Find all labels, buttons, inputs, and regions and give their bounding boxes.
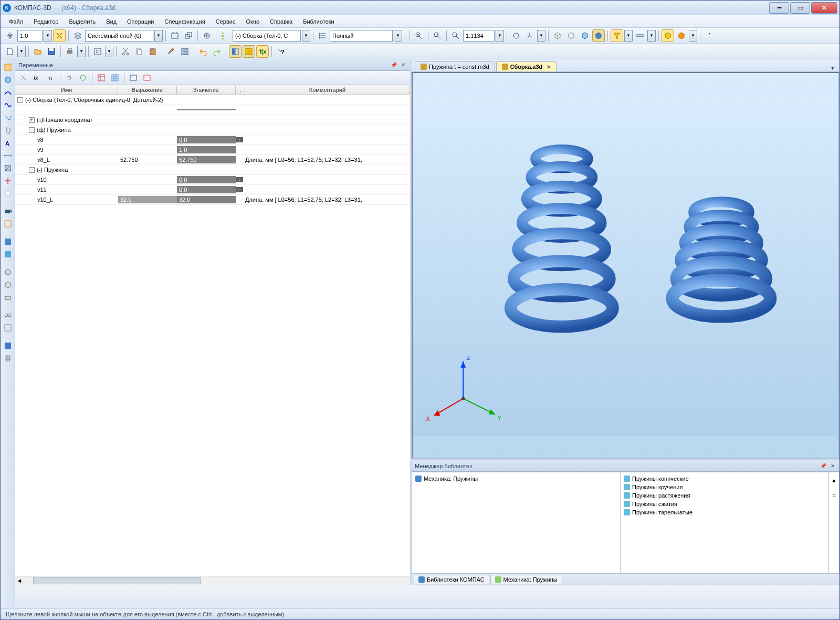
vt-table-icon[interactable] xyxy=(95,71,108,84)
panel-pin-icon[interactable]: 📌 xyxy=(390,61,397,69)
print-dropdown[interactable]: ▼ xyxy=(77,46,86,57)
shaded-edges-icon[interactable] xyxy=(579,29,591,42)
lib-tab-kompas[interactable]: Библиотеки КОМПАС xyxy=(414,575,489,584)
zoom-win-icon[interactable] xyxy=(449,29,462,42)
lt-camera-icon[interactable] xyxy=(2,205,14,217)
layer-combo[interactable]: Системный слой (0) xyxy=(85,30,153,42)
zoom-in-icon[interactable] xyxy=(413,29,425,42)
tabs-menu-icon[interactable]: ▼ xyxy=(829,64,836,71)
lt-op1-icon[interactable] xyxy=(2,266,14,278)
preview-dropdown[interactable]: ▼ xyxy=(105,46,113,57)
rotate-icon[interactable] xyxy=(510,29,522,42)
tab-close-icon[interactable]: ✕ xyxy=(547,64,551,70)
panel-close-icon[interactable]: ✕ xyxy=(400,61,407,69)
table-row[interactable]: − (ф) Пружина xyxy=(15,125,410,135)
expand-icon[interactable]: − xyxy=(17,97,23,103)
open-icon[interactable] xyxy=(32,45,44,58)
orange-cube-icon[interactable] xyxy=(675,29,688,42)
menu-spec[interactable]: Спецификация xyxy=(161,17,209,26)
lt-edit-icon[interactable] xyxy=(2,61,14,73)
assembly-dropdown[interactable]: ▼ xyxy=(302,30,310,42)
menu-file[interactable]: Файл xyxy=(5,17,27,26)
table-row[interactable]: v8 0.0 ↓ xyxy=(15,135,410,145)
maximize-button[interactable]: ▭ xyxy=(790,2,810,14)
properties-icon[interactable] xyxy=(178,45,191,58)
save-icon[interactable] xyxy=(45,45,58,58)
expand-icon[interactable]: + xyxy=(29,117,35,123)
copy-icon[interactable] xyxy=(133,45,145,58)
snap-toggle-icon[interactable] xyxy=(53,29,66,42)
orient-dropdown[interactable]: ▼ xyxy=(537,30,545,42)
lib-item-torsion[interactable]: Пружины кручения xyxy=(623,483,826,491)
cut-icon[interactable] xyxy=(119,45,132,58)
expand-icon[interactable]: − xyxy=(29,127,35,133)
tb-btn-a[interactable] xyxy=(169,29,181,42)
vt-grid-icon[interactable] xyxy=(109,71,121,84)
filter-dropdown[interactable]: ▼ xyxy=(624,30,633,42)
menu-libs[interactable]: Библиотеки xyxy=(299,17,339,26)
lt-clip-icon[interactable] xyxy=(2,125,14,136)
lt-op5-icon[interactable] xyxy=(2,322,14,334)
menu-operations[interactable]: Операции xyxy=(123,17,158,26)
lib-item-conical[interactable]: Пружины конические xyxy=(623,474,826,483)
lib-close-icon[interactable]: ✕ xyxy=(829,462,836,470)
wireframe-icon[interactable] xyxy=(551,29,564,42)
menu-help[interactable]: Справка xyxy=(266,17,297,26)
library-tree[interactable]: Механика: Пружины xyxy=(412,472,621,573)
bullet-list-icon[interactable] xyxy=(316,29,329,42)
tree-root-row[interactable]: − (-) Сборка (Тел-0, Сборочных единиц-0,… xyxy=(15,95,410,105)
filter-icon[interactable] xyxy=(611,29,623,42)
lt-op4-icon[interactable] xyxy=(2,309,14,321)
lt-op3-icon[interactable] xyxy=(2,292,14,303)
display-dropdown[interactable]: ▼ xyxy=(394,30,402,42)
menu-view[interactable]: Вид xyxy=(102,17,121,26)
cube-dropdown[interactable]: ▼ xyxy=(689,30,697,42)
panel-toggle-2-icon[interactable] xyxy=(243,45,255,58)
lt-cube-icon[interactable] xyxy=(2,74,14,86)
expand-icon[interactable]: − xyxy=(29,167,35,173)
undo-icon[interactable] xyxy=(197,45,209,58)
lib-item-compression[interactable]: Пружины сжатия xyxy=(623,500,826,508)
lt-wave-icon[interactable] xyxy=(2,112,14,123)
vt-refresh-icon[interactable] xyxy=(77,71,89,84)
lt-feat1-icon[interactable] xyxy=(2,188,14,199)
table-row[interactable]: v9 1.0 xyxy=(15,145,410,155)
fx-icon[interactable]: f(x) xyxy=(256,45,269,58)
paste-icon[interactable] xyxy=(146,45,159,58)
zoom-fit-icon[interactable] xyxy=(431,29,444,42)
lib-pin-icon[interactable]: 📌 xyxy=(820,462,827,470)
vt-pi-icon[interactable]: π xyxy=(45,71,57,84)
menu-select[interactable]: Выделить xyxy=(65,17,100,26)
whats-this-icon[interactable]: ? xyxy=(275,45,287,58)
shaded-icon[interactable] xyxy=(592,29,605,42)
lt-blue2-icon[interactable] xyxy=(2,249,14,260)
lt-op2-icon[interactable] xyxy=(2,279,14,291)
minimize-button[interactable]: ━ xyxy=(769,2,789,14)
lib-tab-springs[interactable]: Механика: Пружины xyxy=(490,575,562,584)
scale-dropdown[interactable]: ▼ xyxy=(44,30,52,42)
table-row[interactable]: v8_L 52.750 52.750 Длина, мм [ L0=56; L1… xyxy=(15,155,410,165)
menu-window[interactable]: Окно xyxy=(242,17,264,26)
hidden-icon[interactable] xyxy=(565,29,578,42)
col-comment[interactable]: Комментарий xyxy=(245,86,410,94)
menu-edit[interactable]: Редактор xyxy=(29,17,62,26)
vt-link-icon[interactable] xyxy=(63,71,76,84)
vt-del-icon[interactable] xyxy=(141,71,153,84)
table-row[interactable]: v10_L 32.0 32.0 Длина, мм [ L0=56; L1=52… xyxy=(15,195,410,205)
display-combo[interactable]: Полный xyxy=(330,30,393,42)
lt-sketch-icon[interactable] xyxy=(2,218,14,230)
col-value[interactable]: Значение xyxy=(177,86,236,94)
new-dropdown[interactable]: ▼ xyxy=(17,46,26,57)
lib-home-icon[interactable]: ⌂ xyxy=(828,489,840,501)
nav-icon[interactable] xyxy=(4,29,16,42)
scroll-thumb[interactable] xyxy=(33,577,201,584)
assembly-combo[interactable]: (-) Сборка (Тел-0, С xyxy=(233,30,301,42)
layers-icon[interactable] xyxy=(71,29,84,42)
lt-text-icon[interactable]: A xyxy=(2,137,14,149)
lib-item-disc[interactable]: Пружины тарельчатые xyxy=(623,508,826,516)
lt-blue1-icon[interactable] xyxy=(2,236,14,247)
lt-spline-icon[interactable] xyxy=(2,99,14,111)
vt-add-icon[interactable] xyxy=(127,71,140,84)
tab-assembly[interactable]: Сборка.a3d ✕ xyxy=(496,61,557,71)
lib-item-extension[interactable]: Пружины растяжения xyxy=(623,491,826,500)
